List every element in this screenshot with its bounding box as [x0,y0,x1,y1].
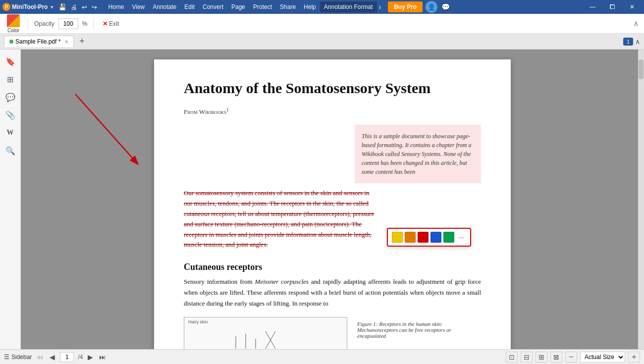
left-sidebar: 🔖 ⊞ 💬 📎 W 🔍 [0,50,21,349]
quick-access-toolbar: 💾 🖨 ↩ ↪ [56,2,99,12]
nav-prev-button[interactable]: ◀ [49,353,56,361]
annotation-toolbar: Color Opacity % ✕ Exit ∧ [0,14,644,34]
figure-area: Hairy skin Figure 1: Receptors in the hu… [184,317,481,349]
page-total: /4 [78,354,83,361]
user-avatar[interactable]: 👤 [426,1,437,13]
svg-text:P: P [5,4,8,10]
color-button[interactable]: Color [5,13,22,34]
app-name-suffix[interactable]: ▾ [51,4,54,10]
bottom-right: ⊡ ⊟ ⊞ ⊠ − Actual Size 50% 75% 100% 125% … [506,352,640,363]
color-swatch-yellow[interactable] [392,232,403,243]
exit-button[interactable]: ✕ Exit [100,19,122,28]
sidebar-icon-bookmark[interactable]: 🔖 [2,53,18,69]
color-label: Color [7,28,19,33]
continuous-button[interactable]: ⊠ [550,352,562,363]
pdf-author: From Wikibooks1 [184,107,481,116]
pdf-body-text: Sensory information from Meissner corpus… [184,276,481,309]
add-tab-button[interactable]: + [76,36,88,48]
tab-label: Sample File.pdf * [15,38,60,45]
color-diamond-icon [7,14,20,27]
figure-label-hairy: Hairy skin [188,319,208,324]
main-area: 🔖 ⊞ 💬 📎 W 🔍 Anatomy of the Somatosensory… [0,50,644,349]
tab-bar-right: 1 ∧ [623,38,640,46]
maximize-button[interactable]: ⧠ [602,0,622,14]
menu-annotate[interactable]: Annotate [149,1,180,12]
sidebar-icon-search[interactable]: 🔍 [2,143,18,158]
opacity-label: Opacity [34,20,54,27]
tab-close-icon[interactable]: ✕ [64,39,68,45]
tab-bar: Sample File.pdf * ✕ + 1 ∧ [0,34,644,50]
more-colors-button[interactable]: ··· [456,232,466,242]
pdf-area: Anatomy of the Somatosensory System From… [21,50,644,349]
figure-sketch: Hairy skin [184,317,347,349]
figure-caption: Figure 1: Receptors in the human skin: M… [357,321,481,339]
pdf-title: Anatomy of the Somatosensory System [184,79,481,97]
print-button[interactable]: 🖨 [69,2,79,12]
separator-1 [28,18,28,30]
scrollbar-thumb[interactable] [639,59,644,79]
redo-button[interactable]: ↪ [90,2,99,12]
pdf-scroll: Anatomy of the Somatosensory System From… [21,50,644,349]
menu-help[interactable]: Help [300,1,320,12]
sidebar-toggle-icon: ☰ [4,354,9,361]
save-button[interactable]: 💾 [56,2,68,12]
color-swatch-blue[interactable] [430,232,441,243]
color-picker-popup[interactable]: ··· [387,228,471,247]
menu-bar: Home View Annotate Edit Convert Page Pro… [104,1,383,12]
sidebar-icon-word[interactable]: W [2,125,18,141]
sidebar-icon-comment[interactable]: 💬 [2,89,18,105]
exit-label: Exit [109,20,119,27]
sidebar-icon-grid[interactable]: ⊞ [2,71,18,87]
separator-2 [93,18,94,30]
menu-view[interactable]: View [128,1,149,12]
color-swatch-orange[interactable] [405,232,416,243]
nav-next-button[interactable]: ▶ [87,353,94,361]
tab-dot [9,40,13,44]
more-menus-button[interactable]: › [377,2,383,12]
menu-annotation-format[interactable]: Annotation Format [320,1,377,12]
tab-page-number: 1 [623,38,633,46]
zoom-in-button[interactable]: + [628,352,640,363]
close-button[interactable]: ✕ [622,0,642,14]
menu-home[interactable]: Home [104,1,128,12]
pct-label: % [82,20,88,27]
toolbar-collapse-button[interactable]: ∧ [633,19,639,28]
pdf-page: Anatomy of the Somatosensory System From… [154,59,511,349]
sidebar-toggle[interactable]: ☰ Sidebar [4,354,32,361]
minimize-button[interactable]: — [583,0,602,14]
zoom-out-button[interactable]: − [565,352,577,363]
menu-edit[interactable]: Edit [180,1,199,12]
bottom-bar: ☰ Sidebar ⏮ ◀ /4 ▶ ⏭ ⊡ ⊟ ⊞ ⊠ − Actual Si… [0,349,644,364]
tab-expand-icon[interactable]: ∧ [635,38,640,46]
buy-pro-button[interactable]: Buy Pro [388,1,423,12]
zoom-select[interactable]: Actual Size 50% 75% 100% 125% 150% [580,352,625,363]
menu-convert[interactable]: Convert [199,1,227,12]
sidebar-toggle-label: Sidebar [11,354,32,361]
pdf-strikethrough-block: Our somatosensory system consists of sen… [184,188,375,250]
svg-line-3 [75,94,137,163]
color-swatch-red[interactable] [418,232,429,243]
chat-icon[interactable]: 💬 [440,2,451,12]
pdf-section-title: Cutaneous receptors [184,262,481,272]
menu-share[interactable]: Share [276,1,300,12]
nav-prev-prev-button[interactable]: ⏮ [36,353,45,361]
color-swatch-green[interactable] [443,232,454,243]
app-logo: P [2,2,11,11]
menu-protect[interactable]: Protect [249,1,276,12]
fit-page-button[interactable]: ⊡ [506,352,518,363]
tab-sample-file[interactable]: Sample File.pdf * ✕ [4,36,74,47]
two-page-button[interactable]: ⊞ [536,352,547,363]
undo-button[interactable]: ↩ [80,2,89,12]
page-number-input[interactable] [60,352,74,362]
exit-x-icon: ✕ [103,20,107,27]
app-name: MiniTool-Pro [12,3,48,10]
right-scrollbar[interactable] [638,50,644,349]
nav-next-next-button[interactable]: ⏭ [98,353,107,361]
sidebar-icon-attachment[interactable]: 📎 [2,107,18,123]
title-bar: P MiniTool-Pro ▾ 💾 🖨 ↩ ↪ Home View Annot… [0,0,644,14]
opacity-input[interactable] [58,18,78,29]
fit-width-button[interactable]: ⊟ [521,352,533,363]
pdf-sidebar-note: This is a sample document to showcase pa… [355,125,481,183]
menu-page[interactable]: Page [227,1,249,12]
